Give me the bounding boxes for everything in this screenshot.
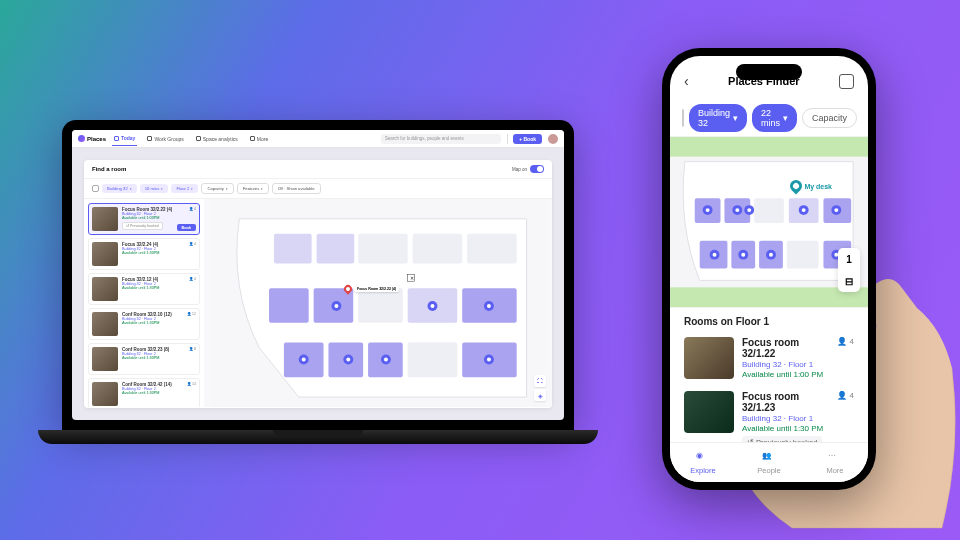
- room-thumbnail: [684, 337, 734, 379]
- capacity-badge: 👤 14: [187, 382, 196, 386]
- svg-point-54: [706, 208, 710, 212]
- floor-stack-icon[interactable]: ⊟: [838, 270, 860, 292]
- search-input[interactable]: Search for buildings, people and events: [381, 134, 501, 144]
- map-controls: ⛶ ◈: [534, 375, 546, 401]
- floor-number[interactable]: 1: [838, 248, 860, 270]
- svg-point-59: [713, 253, 717, 257]
- tab-today[interactable]: Today: [112, 131, 137, 146]
- svg-rect-5: [467, 234, 517, 264]
- capacity-badge: 👤 4: [189, 242, 196, 246]
- filter-building[interactable]: Building 32▾: [689, 104, 747, 132]
- svg-rect-2: [317, 234, 355, 264]
- room-thumbnail: [92, 347, 118, 371]
- svg-point-60: [741, 253, 745, 257]
- tab-phone-more[interactable]: ⋯More: [802, 443, 868, 482]
- capacity-badge: 👤 4: [189, 277, 196, 281]
- places-icon: [78, 135, 85, 142]
- floor-map[interactable]: ✕ Focus Room 32/2.22 (4) ⛶ ◈: [204, 199, 552, 407]
- phone-mockup: ‹ Places Finder Building 32▾ 22 mins▾ Ca…: [662, 48, 912, 490]
- filter-building[interactable]: Building 32▾: [102, 184, 137, 193]
- room-item[interactable]: Focus Room 32/2.22 (4)Building 32 · Floo…: [88, 203, 200, 235]
- room-thumbnail: [92, 277, 118, 301]
- fullscreen-button[interactable]: ⛶: [534, 375, 546, 387]
- svg-text:✕: ✕: [410, 276, 414, 281]
- phone-room-item[interactable]: Focus room 32/1.23Building 32 · Floor 1A…: [670, 385, 868, 442]
- room-item[interactable]: Focus 32/2.12 (4)Building 32 · Floor 2Av…: [88, 273, 200, 305]
- svg-point-58: [834, 208, 838, 212]
- svg-point-27: [430, 304, 434, 308]
- desk-pin-icon: [788, 178, 805, 195]
- app-name: Places: [87, 136, 106, 142]
- locate-button[interactable]: ◈: [534, 389, 546, 401]
- pin-icon: [342, 283, 353, 294]
- topbar: Places TodayWork GroupsSpace analyticsMo…: [72, 130, 564, 148]
- capacity-badge: 👤 4: [837, 337, 854, 346]
- room-thumbnail: [92, 207, 118, 231]
- room-list[interactable]: Focus Room 32/2.22 (4)Building 32 · Floo…: [84, 199, 204, 407]
- svg-point-28: [487, 357, 491, 361]
- filter-features[interactable]: Features▾: [237, 183, 270, 194]
- svg-rect-6: [269, 288, 309, 323]
- svg-point-25: [384, 357, 388, 361]
- map-toggle[interactable]: Map on: [512, 165, 544, 173]
- svg-rect-33: [670, 137, 868, 157]
- filter-icon[interactable]: [682, 109, 684, 127]
- phone-filters: Building 32▾ 22 mins▾ Capacity: [670, 100, 868, 136]
- svg-point-26: [487, 304, 491, 308]
- tab-people[interactable]: 👥People: [736, 443, 802, 482]
- svg-point-24: [346, 357, 350, 361]
- floor-selector[interactable]: 1 ⊟: [838, 248, 860, 292]
- book-room-button[interactable]: Book: [177, 224, 197, 231]
- svg-rect-37: [754, 198, 784, 223]
- filter-time[interactable]: 10 mins▾: [140, 184, 169, 193]
- filter-icon[interactable]: [92, 185, 99, 192]
- svg-rect-3: [358, 234, 408, 264]
- selected-room-pin[interactable]: Focus Room 32/2.22 (4): [344, 285, 399, 293]
- room-thumbnail: [684, 391, 734, 433]
- nav-tabs: TodayWork GroupsSpace analyticsMore: [112, 131, 270, 146]
- panel-title: Find a room: [92, 166, 126, 172]
- svg-rect-8: [358, 288, 403, 323]
- back-button[interactable]: ‹: [684, 73, 689, 89]
- my-desk-pin[interactable]: My desk: [790, 180, 832, 192]
- svg-rect-43: [787, 241, 819, 269]
- svg-rect-4: [413, 234, 463, 264]
- previously-booked-tag: ↺ Previously booked: [122, 222, 163, 230]
- filter-capacity[interactable]: Capacity▾: [201, 183, 233, 194]
- room-item[interactable]: Conf Room 32/2.10 (12)Building 32 · Floo…: [88, 308, 200, 340]
- book-button[interactable]: + Book: [513, 134, 542, 144]
- filter-floor[interactable]: Floor 2▾: [171, 184, 198, 193]
- laptop-mockup: Places TodayWork GroupsSpace analyticsMo…: [62, 120, 574, 452]
- phone-floor-map[interactable]: My desk 1 ⊟: [670, 136, 868, 308]
- find-room-panel: Find a room Map on Building 32▾ 10 mins▾…: [84, 160, 552, 408]
- section-title: Rooms on Floor 1: [670, 308, 868, 331]
- svg-point-61: [769, 253, 773, 257]
- tab-more[interactable]: More: [248, 132, 270, 146]
- filter-capacity[interactable]: Capacity: [802, 108, 857, 128]
- user-avatar[interactable]: [548, 134, 558, 144]
- list-view-button[interactable]: [839, 74, 854, 89]
- filter-available[interactable]: 09 · Show available: [272, 183, 320, 194]
- room-thumbnail: [92, 242, 118, 266]
- filter-time[interactable]: 22 mins▾: [752, 104, 797, 132]
- capacity-badge: 👤 8: [189, 347, 196, 351]
- toggle-switch[interactable]: [530, 165, 544, 173]
- filter-bar: Building 32▾ 10 mins▾ Floor 2▾ Capacity▾…: [84, 179, 552, 199]
- svg-point-56: [747, 208, 751, 212]
- phone-tabbar: ◉Explore👥People⋯More: [670, 442, 868, 482]
- svg-point-55: [735, 208, 739, 212]
- capacity-badge: 👤 4: [837, 391, 854, 400]
- phone-room-list[interactable]: Focus room 32/1.22Building 32 · Floor 1A…: [670, 331, 868, 442]
- svg-rect-14: [408, 343, 458, 378]
- tab-explore[interactable]: ◉Explore: [670, 443, 736, 482]
- svg-point-57: [802, 208, 806, 212]
- room-item[interactable]: Conf Room 32/2.42 (14)Building 32 · Floo…: [88, 378, 200, 407]
- svg-point-29: [302, 357, 306, 361]
- phone-room-item[interactable]: Focus room 32/1.22Building 32 · Floor 1A…: [670, 331, 868, 385]
- tab-workgroups[interactable]: Work Groups: [145, 132, 185, 146]
- tab-analytics[interactable]: Space analytics: [194, 132, 240, 146]
- room-item[interactable]: Focus 32/2.24 (4)Building 32 · Floor 2Av…: [88, 238, 200, 270]
- room-item[interactable]: Conf Room 32/2.23 (8)Building 32 · Floor…: [88, 343, 200, 375]
- room-thumbnail: [92, 382, 118, 406]
- app-logo[interactable]: Places: [78, 135, 106, 142]
